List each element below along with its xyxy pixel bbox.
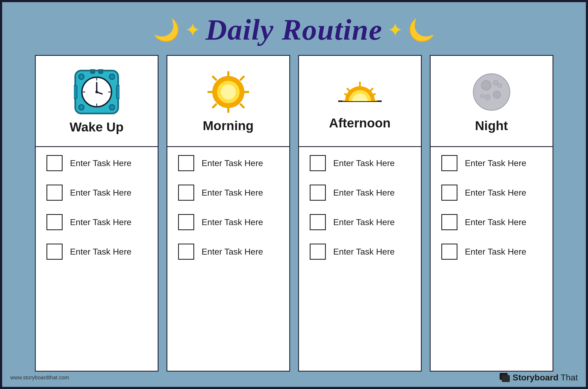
svg-rect-53: [502, 375, 510, 382]
column-wake-up: Wake Up Enter Task Here Enter Task Here …: [35, 55, 158, 372]
moon-left-icon: 🌙: [153, 17, 180, 43]
column-tasks-wake-up: Enter Task Here Enter Task Here Enter Ta…: [36, 147, 158, 371]
task-checkbox[interactable]: [46, 214, 63, 230]
task-item: Enter Task Here: [441, 185, 542, 201]
task-label: Enter Task Here: [465, 217, 526, 227]
task-label: Enter Task Here: [202, 247, 263, 257]
column-title-night: Night: [475, 118, 508, 133]
svg-point-8: [95, 91, 98, 93]
task-label: Enter Task Here: [333, 188, 395, 198]
task-item: Enter Task Here: [178, 155, 279, 171]
task-label: Enter Task Here: [202, 158, 263, 168]
task-label: Enter Task Here: [202, 217, 263, 227]
moon-right-icon: 🌙: [408, 17, 435, 43]
svg-point-48: [497, 83, 502, 87]
task-label: Enter Task Here: [333, 158, 395, 168]
storyboard-logo-icon: [500, 373, 510, 383]
task-label: Enter Task Here: [70, 217, 132, 227]
svg-point-3: [79, 105, 84, 110]
svg-line-22: [241, 104, 244, 107]
svg-point-50: [493, 80, 498, 85]
column-header-morning: Morning: [167, 56, 289, 147]
task-checkbox[interactable]: [46, 244, 63, 260]
task-label: Enter Task Here: [202, 188, 263, 198]
logo-accent-text: That: [561, 373, 578, 383]
task-label: Enter Task Here: [70, 247, 132, 257]
task-item: Enter Task Here: [46, 185, 147, 201]
task-checkbox[interactable]: [310, 244, 326, 260]
task-checkbox[interactable]: [178, 185, 194, 201]
footer-logo: StoryboardThat: [500, 373, 578, 383]
task-item: Enter Task Here: [178, 185, 279, 201]
task-checkbox[interactable]: [441, 185, 457, 201]
column-header-night: Night: [431, 56, 553, 147]
svg-point-44: [473, 74, 510, 110]
sun-icon: [207, 71, 250, 113]
task-item: Enter Task Here: [46, 155, 147, 171]
svg-line-39: [370, 89, 372, 91]
task-label: Enter Task Here: [465, 158, 526, 168]
clock-icon: [74, 69, 120, 115]
task-item: Enter Task Here: [310, 155, 410, 171]
svg-point-45: [481, 80, 491, 90]
svg-point-4: [109, 105, 115, 110]
task-label: Enter Task Here: [70, 188, 132, 198]
svg-rect-13: [91, 69, 95, 74]
svg-point-46: [493, 91, 501, 98]
task-label: Enter Task Here: [333, 247, 395, 257]
task-checkbox[interactable]: [310, 155, 326, 171]
column-morning: Morning Enter Task Here Enter Task Here …: [167, 55, 290, 372]
task-item: Enter Task Here: [46, 214, 147, 230]
task-checkbox[interactable]: [178, 244, 194, 260]
task-item: Enter Task Here: [178, 214, 279, 230]
task-item: Enter Task Here: [441, 155, 542, 171]
column-header-afternoon: Afternoon: [299, 56, 421, 147]
svg-point-49: [480, 94, 484, 98]
svg-line-38: [347, 89, 350, 91]
task-item: Enter Task Here: [310, 244, 410, 260]
svg-point-2: [109, 74, 115, 79]
svg-rect-14: [99, 69, 103, 74]
svg-line-24: [213, 104, 216, 107]
logo-main-text: Storyboard: [513, 373, 558, 383]
column-title-afternoon: Afternoon: [329, 116, 391, 130]
column-afternoon: Afternoon Enter Task Here Enter Task Her…: [298, 55, 422, 372]
svg-point-27: [221, 85, 236, 100]
svg-line-21: [213, 77, 216, 80]
svg-rect-16: [116, 85, 120, 99]
afternoon-sun-icon: [336, 73, 384, 111]
task-item: Enter Task Here: [178, 244, 279, 260]
columns-container: Wake Up Enter Task Here Enter Task Here …: [2, 55, 586, 372]
task-checkbox[interactable]: [441, 214, 457, 230]
footer: www.storyboardthat.com StoryboardThat: [10, 373, 578, 383]
column-title-wake-up: Wake Up: [70, 120, 124, 134]
svg-line-23: [241, 77, 244, 80]
task-item: Enter Task Here: [441, 244, 542, 260]
task-checkbox[interactable]: [310, 214, 326, 230]
task-checkbox[interactable]: [441, 244, 457, 260]
task-checkbox[interactable]: [310, 185, 326, 201]
task-item: Enter Task Here: [46, 244, 147, 260]
column-header-wake-up: Wake Up: [36, 56, 158, 147]
task-item: Enter Task Here: [310, 185, 410, 201]
svg-rect-15: [74, 85, 77, 99]
sun-right-small-icon: ✦: [387, 19, 403, 41]
column-title-morning: Morning: [203, 118, 254, 133]
page-title: Daily Routine: [205, 13, 383, 47]
task-checkbox[interactable]: [46, 185, 63, 201]
task-checkbox[interactable]: [178, 214, 194, 230]
footer-url: www.storyboardthat.com: [10, 375, 69, 381]
task-item: Enter Task Here: [441, 214, 542, 230]
task-label: Enter Task Here: [465, 188, 526, 198]
column-tasks-night: Enter Task Here Enter Task Here Enter Ta…: [431, 147, 553, 371]
moon-icon: [470, 71, 513, 113]
task-item: Enter Task Here: [310, 214, 410, 230]
task-checkbox[interactable]: [46, 155, 63, 171]
task-checkbox[interactable]: [441, 155, 457, 171]
page-header: 🌙 ✦ Daily Routine ✦ 🌙: [2, 2, 586, 55]
column-tasks-morning: Enter Task Here Enter Task Here Enter Ta…: [167, 147, 289, 371]
task-label: Enter Task Here: [465, 247, 526, 257]
svg-point-1: [79, 74, 84, 79]
task-checkbox[interactable]: [178, 155, 194, 171]
svg-point-47: [485, 95, 490, 100]
